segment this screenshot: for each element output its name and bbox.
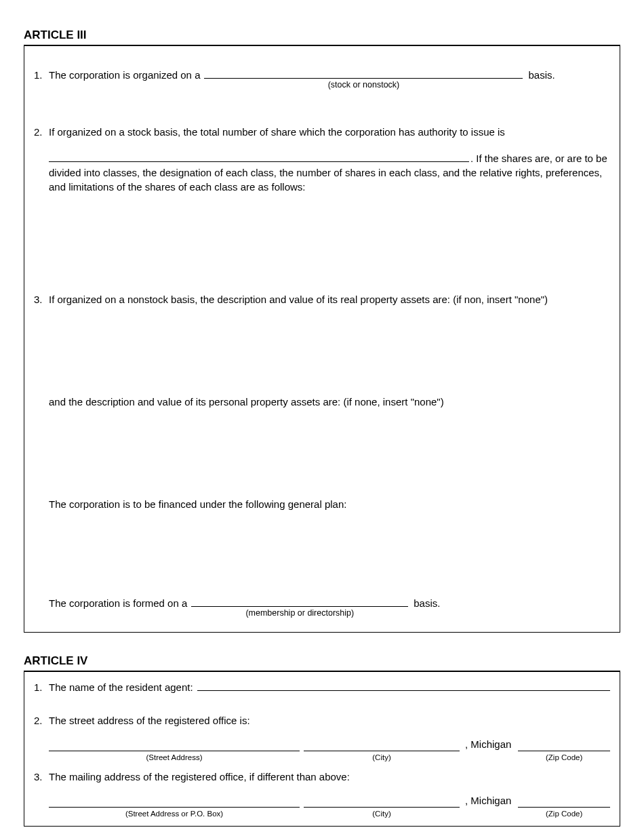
a3-item-3: 3. If organized on a nonstock basis, the… bbox=[34, 292, 610, 620]
a3-item2-wrap: divided into classes, the designation of… bbox=[49, 165, 610, 194]
a3-item-3-num: 3. bbox=[34, 292, 49, 620]
a4-item-2: 2. The street address of the registered … bbox=[34, 713, 610, 763]
a4-city2-blank[interactable] bbox=[304, 797, 460, 808]
article-4-box: 1. The name of the resident agent: 2. Th… bbox=[24, 672, 620, 827]
article-3-box: 1. The corporation is organized on a (st… bbox=[24, 46, 620, 633]
a4-item-2-num: 2. bbox=[34, 713, 49, 763]
a3-item3-line3: The corporation is to be financed under … bbox=[49, 497, 610, 511]
article-3-heading: ARTICLE III bbox=[24, 27, 620, 46]
a3-item2-postblank: . If the shares are, or are to be bbox=[470, 151, 607, 165]
a4-zip2-blank[interactable] bbox=[518, 797, 610, 808]
a4-zip2-caption: (Zip Code) bbox=[518, 808, 610, 819]
a3-item2-blank[interactable] bbox=[49, 153, 469, 162]
a4-item2-text: The street address of the registered off… bbox=[49, 713, 610, 728]
a4-state-text: , Michigan bbox=[464, 737, 514, 751]
a3-item1-blank[interactable] bbox=[204, 69, 523, 79]
a4-city-blank[interactable] bbox=[304, 740, 460, 751]
a4-street-blank[interactable] bbox=[49, 740, 300, 751]
a3-item2-line1: If organized on a stock basis, the total… bbox=[49, 125, 610, 139]
a4-city2-caption: (City) bbox=[304, 808, 460, 819]
a3-item3-line2: and the description and value of its per… bbox=[49, 395, 610, 409]
a3-item3-line1: If organized on a nonstock basis, the de… bbox=[49, 292, 610, 306]
a4-state2-text: , Michigan bbox=[464, 793, 514, 808]
a3-item1-post: basis. bbox=[528, 68, 555, 82]
a4-street2-blank[interactable] bbox=[49, 797, 300, 808]
a3-item3-line4-pre: The corporation is formed on a bbox=[49, 596, 187, 610]
a3-item3-line4-blank[interactable] bbox=[191, 597, 408, 607]
a3-item3-line4-post: basis. bbox=[414, 596, 440, 610]
a4-city-caption: (City) bbox=[304, 752, 460, 763]
a4-item-1: 1. The name of the resident agent: bbox=[34, 680, 610, 694]
a4-item1-blank[interactable] bbox=[197, 681, 610, 691]
a4-item-3: 3. The mailing address of the registered… bbox=[34, 770, 610, 819]
a3-item-2-num: 2. bbox=[34, 125, 49, 194]
article-4-heading: ARTICLE IV bbox=[24, 653, 620, 672]
a4-item-1-num: 1. bbox=[34, 680, 49, 694]
a4-item3-text: The mailing address of the registered of… bbox=[49, 770, 610, 784]
a4-item-3-num: 3. bbox=[34, 770, 49, 819]
a4-zip-caption: (Zip Code) bbox=[518, 752, 610, 763]
a4-item1-text: The name of the resident agent: bbox=[49, 680, 193, 694]
a4-zip-blank[interactable] bbox=[518, 740, 610, 751]
a3-item3-line4-sublabel: (membership or directorship) bbox=[191, 608, 408, 620]
a3-item1-pre: The corporation is organized on a bbox=[49, 68, 200, 82]
a3-item1-sublabel: (stock or nonstock) bbox=[204, 79, 523, 92]
a4-street2-caption: (Street Address or P.O. Box) bbox=[49, 808, 300, 819]
a3-item-1-num: 1. bbox=[34, 68, 49, 92]
a3-item-1: 1. The corporation is organized on a (st… bbox=[34, 68, 610, 92]
a3-item-2: 2. If organized on a stock basis, the to… bbox=[34, 125, 610, 194]
a4-street-caption: (Street Address) bbox=[49, 752, 300, 763]
